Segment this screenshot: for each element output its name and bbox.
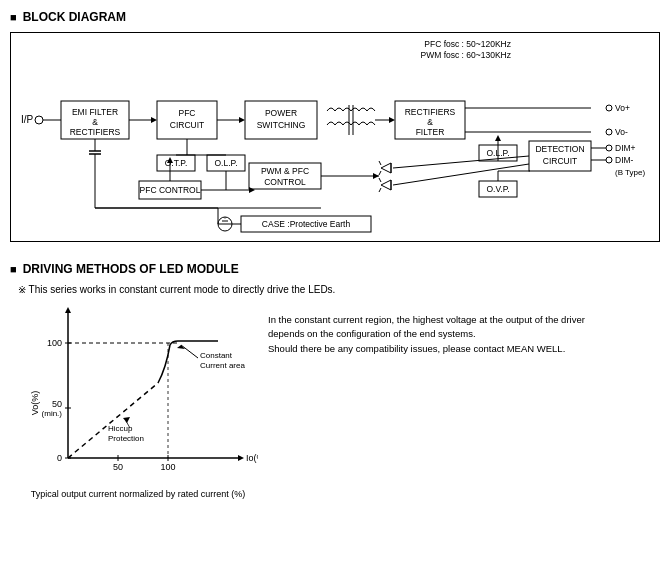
svg-text:CONTROL: CONTROL <box>264 177 306 187</box>
driving-content: Vo(%) Io(%) 0 50 (min.) 100 50 100 <box>18 303 660 499</box>
svg-text:50: 50 <box>52 399 62 409</box>
svg-text:FILTER: FILTER <box>416 127 445 137</box>
svg-line-80 <box>393 156 529 168</box>
driving-methods-title: DRIVING METHODS OF LED MODULE <box>10 262 660 276</box>
svg-text:CASE :Protective Earth: CASE :Protective Earth <box>262 219 351 229</box>
svg-marker-21 <box>239 117 245 123</box>
svg-line-62 <box>379 161 381 165</box>
svg-marker-16 <box>151 117 157 123</box>
svg-text:Vo+: Vo+ <box>615 103 630 113</box>
driving-desc-line2: depends on the configuration of the end … <box>268 327 585 341</box>
svg-text:0: 0 <box>57 453 62 463</box>
svg-line-113 <box>68 383 158 458</box>
svg-marker-123 <box>123 417 130 423</box>
svg-text:Io(%): Io(%) <box>246 453 258 463</box>
svg-text:PFC: PFC <box>179 108 196 118</box>
svg-text:RECTIFIERS: RECTIFIERS <box>70 127 121 137</box>
svg-text:POWER: POWER <box>265 108 297 118</box>
svg-text:DIM-: DIM- <box>615 155 634 165</box>
chart-caption: Typical output current normalized by rat… <box>18 489 258 499</box>
svg-point-44 <box>606 145 612 151</box>
svg-text:DIM+: DIM+ <box>615 143 636 153</box>
driving-chart-svg: Vo(%) Io(%) 0 50 (min.) 100 50 100 <box>18 303 258 483</box>
driving-note: ※ This series works in constant current … <box>18 284 660 295</box>
svg-text:PWM fosc : 60~130KHz: PWM fosc : 60~130KHz <box>421 50 511 60</box>
svg-text:Vo-: Vo- <box>615 127 628 137</box>
svg-text:Current area: Current area <box>200 361 245 370</box>
svg-marker-98 <box>238 455 244 461</box>
svg-marker-60 <box>381 163 391 173</box>
svg-text:100: 100 <box>160 462 175 472</box>
svg-point-46 <box>606 157 612 163</box>
svg-marker-97 <box>65 307 71 313</box>
svg-point-40 <box>606 105 612 111</box>
svg-text:PWM & PFC: PWM & PFC <box>261 166 309 176</box>
svg-text:RECTIFIERS: RECTIFIERS <box>405 107 456 117</box>
svg-text:CIRCUIT: CIRCUIT <box>543 156 577 166</box>
svg-line-66 <box>379 178 381 182</box>
svg-line-63 <box>379 171 381 175</box>
driving-description: In the constant current region, the high… <box>268 303 585 499</box>
svg-text:O.V.P.: O.V.P. <box>486 184 509 194</box>
svg-line-67 <box>379 188 381 192</box>
svg-text:SWITCHING: SWITCHING <box>257 120 306 130</box>
svg-line-116 <box>181 345 198 358</box>
driving-desc-line3: Should there be any compatibility issues… <box>268 342 585 356</box>
svg-text:&: & <box>427 117 433 127</box>
svg-text:100: 100 <box>47 338 62 348</box>
svg-text:Constant: Constant <box>200 351 233 360</box>
svg-text:50: 50 <box>113 462 123 472</box>
block-diagram-svg: PFC fosc : 50~120KHz PWM fosc : 60~130KH… <box>11 33 661 243</box>
svg-marker-83 <box>495 135 501 141</box>
svg-marker-28 <box>389 117 395 123</box>
svg-marker-79 <box>373 173 379 179</box>
block-diagram-section: BLOCK DIAGRAM PFC fosc : 50~120KHz PWM f… <box>10 10 660 242</box>
chart-area: Vo(%) Io(%) 0 50 (min.) 100 50 100 <box>18 303 258 499</box>
svg-text:CIRCUIT: CIRCUIT <box>170 120 204 130</box>
svg-text:PFC CONTROL: PFC CONTROL <box>140 185 201 195</box>
svg-text:Hiccup: Hiccup <box>108 424 133 433</box>
driving-methods-section: DRIVING METHODS OF LED MODULE ※ This ser… <box>10 262 660 499</box>
block-diagram-container: PFC fosc : 50~120KHz PWM fosc : 60~130KH… <box>10 32 660 242</box>
svg-text:PFC fosc : 50~120KHz: PFC fosc : 50~120KHz <box>424 39 511 49</box>
svg-text:(min.): (min.) <box>42 409 63 418</box>
svg-marker-64 <box>381 180 391 190</box>
svg-point-42 <box>606 129 612 135</box>
svg-text:DETECTION: DETECTION <box>535 144 584 154</box>
svg-text:(B Type): (B Type) <box>615 168 645 177</box>
driving-desc-line1: In the constant current region, the high… <box>268 313 585 327</box>
svg-text:Vo(%): Vo(%) <box>30 391 40 416</box>
svg-text:I/P: I/P <box>21 114 34 125</box>
block-diagram-title: BLOCK DIAGRAM <box>10 10 660 24</box>
svg-text:Protection: Protection <box>108 434 144 443</box>
svg-text:EMI FILTER: EMI FILTER <box>72 107 118 117</box>
svg-point-3 <box>35 116 43 124</box>
svg-text:O.L.P.: O.L.P. <box>215 158 238 168</box>
svg-text:&: & <box>92 117 98 127</box>
